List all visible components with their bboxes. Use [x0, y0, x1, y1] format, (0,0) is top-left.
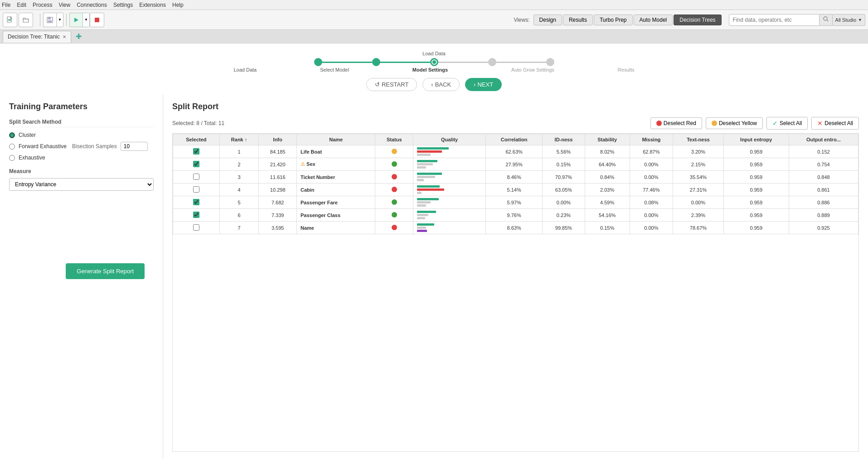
run-button[interactable]: [69, 13, 82, 27]
method-exhaustive-row: Exhaustive: [9, 155, 154, 161]
row-textness-5: 2.39%: [673, 209, 724, 222]
deselect-all-button[interactable]: ✕ Deselect All: [811, 117, 859, 130]
tab-automodel[interactable]: Auto Model: [634, 14, 673, 25]
open-file-button[interactable]: [19, 13, 33, 27]
training-params-title: Training Parameters: [9, 102, 154, 111]
table-row: 73.595Name8.63%99.85%0.15%0.00%78.67%0.9…: [173, 222, 858, 234]
warning-icon-1: ⚠: [301, 161, 306, 167]
deselect-yellow-button[interactable]: Deselect Yellow: [706, 117, 763, 129]
measure-select[interactable]: Entropy Variance Gini Index Information …: [9, 178, 154, 191]
generate-split-report-button[interactable]: Generate Split Report: [66, 263, 145, 279]
row-textness-1: 2.15%: [673, 158, 724, 171]
row-idness-1: 0.15%: [543, 158, 585, 171]
row-checkbox-2[interactable]: [193, 174, 199, 180]
row-name-3: Cabin: [297, 184, 375, 196]
method-cluster-row: Cluster: [9, 132, 154, 138]
run-dropdown-button[interactable]: ▼: [82, 13, 90, 27]
quality-bar-2-0: [417, 173, 442, 175]
th-rank[interactable]: Rank ↑: [219, 134, 259, 145]
row-idness-2: 70.97%: [543, 171, 585, 184]
row-checkbox-3[interactable]: [193, 186, 199, 193]
tab-decisiontrees[interactable]: Decision Trees: [674, 14, 721, 25]
row-output_entropy-5: 0.889: [789, 209, 858, 222]
view-tabs: Design Results Turbo Prep Auto Model Dec…: [533, 14, 722, 25]
row-stability-0: 8.02%: [585, 145, 630, 158]
split-report-title: Split Report: [172, 102, 859, 111]
svg-point-8: [824, 17, 827, 20]
method-forward-row: Forward Exhaustive Bisection Samples: [9, 142, 154, 151]
method-exhaustive-radio[interactable]: [9, 155, 15, 161]
th-input-entropy: Input entropy: [723, 134, 789, 145]
views-label: Views:: [514, 17, 529, 23]
search-input[interactable]: [729, 14, 820, 26]
row-rank-3: 4: [219, 184, 259, 196]
row-input_entropy-1: 0.959: [723, 158, 789, 171]
run-icon: [73, 16, 80, 24]
method-cluster-radio[interactable]: [9, 132, 15, 138]
save-icon: [46, 16, 53, 24]
quality-bar-3-2: [417, 192, 422, 194]
status-dot-6: [392, 225, 397, 230]
tab-turboprep[interactable]: Turbo Prep: [594, 14, 633, 25]
bisection-row: Bisection Samples: [72, 142, 148, 151]
save-button[interactable]: [43, 13, 56, 27]
row-checkbox-0[interactable]: [193, 148, 199, 155]
menu-extensions[interactable]: Extensions: [139, 2, 166, 8]
new-file-button[interactable]: [3, 13, 17, 27]
row-missing-5: 0.00%: [630, 209, 673, 222]
tab-bar: Decision Tree: Titanic ✕ ✚: [0, 30, 868, 43]
th-status: Status: [375, 134, 413, 145]
th-stability: Stability: [585, 134, 630, 145]
menu-connections[interactable]: Connections: [77, 2, 107, 8]
menu-file[interactable]: File: [2, 2, 10, 8]
studio-dropdown[interactable]: All Studio ▼: [833, 14, 865, 26]
nav-buttons: ↺ RESTART ‹ BACK › NEXT: [0, 74, 868, 95]
selected-info: Selected: 8 / Total: 11: [172, 120, 224, 126]
status-dot-3: [392, 187, 397, 192]
menu-settings[interactable]: Settings: [113, 2, 133, 8]
back-button[interactable]: ‹ BACK: [422, 78, 460, 91]
quality-bar-6-1: [417, 227, 426, 229]
row-checkbox-4[interactable]: [193, 199, 199, 205]
menu-help[interactable]: Help: [172, 2, 184, 8]
table-wrapper[interactable]: Selected Rank ↑ Info Name Status Quality…: [172, 133, 859, 452]
tab-design[interactable]: Design: [533, 14, 562, 25]
row-stability-2: 0.84%: [585, 171, 630, 184]
row-checkbox-5[interactable]: [193, 212, 199, 218]
check-icon: ✓: [772, 120, 778, 127]
row-rank-4: 5: [219, 196, 259, 209]
deselect-red-button[interactable]: Deselect Red: [650, 117, 702, 129]
select-all-button[interactable]: ✓ Select All: [766, 117, 808, 130]
row-checkbox-6[interactable]: [193, 224, 199, 231]
row-missing-1: 0.00%: [630, 158, 673, 171]
back-icon: ‹: [431, 81, 433, 88]
method-forward-radio[interactable]: [9, 144, 15, 150]
row-name-4: Passenger Fare: [297, 196, 375, 209]
method-exhaustive-label: Exhaustive: [19, 155, 45, 161]
next-button[interactable]: › NEXT: [465, 78, 502, 91]
quality-bar-5-2: [417, 217, 425, 219]
doc-tab-close[interactable]: ✕: [63, 34, 66, 39]
th-correlation: Correlation: [486, 134, 543, 145]
tab-results[interactable]: Results: [563, 14, 593, 25]
menu-process[interactable]: Process: [33, 2, 52, 8]
row-textness-4: 0.00%: [673, 196, 724, 209]
row-idness-4: 0.00%: [543, 196, 585, 209]
restart-button[interactable]: ↺ RESTART: [366, 78, 417, 91]
search-button[interactable]: [820, 14, 833, 26]
bisection-input[interactable]: [121, 142, 148, 151]
step-label-3: Auto Grow Settings: [511, 67, 554, 72]
row-checkbox-1[interactable]: [193, 161, 199, 167]
panels-row: Training Parameters Split Search Method …: [0, 95, 868, 459]
table-row: 57.682Passenger Fare5.97%0.00%4.59%0.08%…: [173, 196, 858, 209]
doc-tab-titanic[interactable]: Decision Tree: Titanic ✕: [3, 31, 71, 43]
add-tab-button[interactable]: ✚: [73, 31, 84, 42]
toolbar: ▼ ▼ Views: Design Results Turbo Prep Aut…: [0, 10, 868, 30]
row-output_entropy-2: 0.848: [789, 171, 858, 184]
menu-view[interactable]: View: [58, 2, 70, 8]
method-forward-label: Forward Exhaustive: [19, 143, 67, 150]
save-dropdown-button[interactable]: ▼: [56, 13, 63, 27]
row-rank-1: 2: [219, 158, 259, 171]
stop-button[interactable]: [90, 13, 104, 27]
menu-edit[interactable]: Edit: [17, 2, 26, 8]
